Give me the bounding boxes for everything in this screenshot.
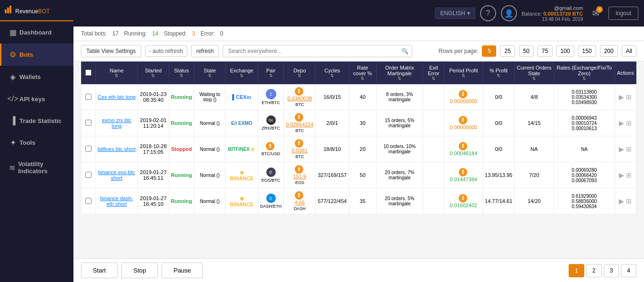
sidebar-item-trade-statistic[interactable]: ▐ Trade Statistic <box>0 110 73 132</box>
depo-link[interactable]: 0.0380038 <box>287 96 312 101</box>
play-button-1[interactable]: ▶ <box>619 119 624 127</box>
page-2-button[interactable]: 2 <box>586 264 602 277</box>
page-3-button[interactable]: 3 <box>604 264 619 277</box>
header-checkbox-col <box>82 62 96 84</box>
rows-100-button[interactable]: 100 <box>556 45 574 57</box>
play-button-4[interactable]: ▶ <box>619 197 624 205</box>
sidebar-item-dashboard[interactable]: ▦ Dashboard <box>0 21 73 44</box>
row-name: exmo zrx btc long <box>96 110 138 136</box>
depo-btc-icon: ₿ <box>295 165 303 174</box>
start-button[interactable]: Start <box>81 263 118 278</box>
bot-name-link[interactable]: bitfinex btc short <box>98 146 136 152</box>
action-buttons: ▶ ⊞ <box>617 119 634 127</box>
row-checkbox-1[interactable] <box>85 120 91 126</box>
rows-200-button[interactable]: 200 <box>600 45 618 57</box>
sidebar-label-api-keys: API keys <box>19 96 45 103</box>
row-actions: ▶ ⊞ <box>615 162 636 188</box>
grid-button-1[interactable]: ⊞ <box>626 119 632 127</box>
sidebar-label-trade-statistic: Trade Statistic <box>19 117 62 124</box>
play-button-0[interactable]: ▶ <box>619 93 624 101</box>
page-4-button[interactable]: 4 <box>621 264 636 277</box>
bots-table-wrapper: Name⇅ Started⇅ Status⇅ State⇅ Exchange⇅ … <box>73 62 644 258</box>
table-view-settings-button[interactable]: Table View Settings <box>81 45 141 57</box>
row-order-matrix: 20 orders, 5% martingale <box>376 188 423 214</box>
bot-name-link[interactable]: Cex eth-btc long <box>98 94 136 100</box>
bot-name-link[interactable]: exmo zrx btc long <box>102 117 131 129</box>
depo-link[interactable]: 0.0361 <box>292 148 308 153</box>
row-exit-error <box>423 188 444 214</box>
row-current-orders: 7/20 <box>515 162 554 188</box>
row-exit-error <box>423 136 444 162</box>
row-actions: ▶ ⊞ <box>615 84 636 110</box>
notification-button[interactable]: ✉ 0 <box>588 5 604 21</box>
page-1-button[interactable]: 1 <box>569 264 584 277</box>
trade-statistic-icon: ▐ <box>6 116 19 125</box>
rows-50-button[interactable]: 50 <box>519 45 534 57</box>
grid-button-3[interactable]: ⊞ <box>626 171 632 179</box>
stop-button[interactable]: Stop <box>121 263 158 278</box>
bot-stats: Total bots: 17 Running: 14 Stopped: 3 Er… <box>81 30 227 37</box>
row-checkbox-3[interactable] <box>85 172 91 178</box>
language-button[interactable]: ENGLISH ▾ <box>435 8 475 19</box>
status-badge: Running <box>171 172 192 178</box>
pair-label: DASH/ETH <box>260 204 282 209</box>
row-depo: ₿4.66DASH <box>284 188 316 214</box>
row-started: 2019-01-27 16:45:11 <box>138 162 169 188</box>
table-row: bitfinex btc short 2018-10-28 17:15:05 S… <box>82 136 636 162</box>
bot-name-link[interactable]: binance eos-btc short <box>98 169 135 181</box>
row-depo: ₿151.9EOS <box>284 162 316 188</box>
row-pair: DDASH/ETH <box>258 188 284 214</box>
row-pair: ₿BTC/USD <box>258 136 284 162</box>
top-header: ENGLISH ▾ ? 👤 @gmail.com Balance: 0.0001… <box>73 0 644 26</box>
rows-150-button[interactable]: 150 <box>578 45 596 57</box>
grid-button-0[interactable]: ⊞ <box>626 93 632 101</box>
row-started: 2019-01-23 08:35:40 <box>138 84 169 110</box>
wallets-icon: ◈ <box>6 72 19 81</box>
sidebar-item-volatility[interactable]: ≋ Volatility Indicators <box>0 154 73 181</box>
header-percent-profit: % Profit⇅ <box>483 62 515 84</box>
bot-stats-bar: Total bots: 17 Running: 14 Stopped: 3 Er… <box>73 26 644 41</box>
play-button-2[interactable]: ▶ <box>619 145 624 153</box>
row-checkbox-0[interactable] <box>85 94 91 100</box>
row-percent-profit: 13.95/13.95 <box>483 162 515 188</box>
row-order-matrix: 15 orders, 5% martingale <box>376 110 423 136</box>
row-rates: NA <box>554 136 615 162</box>
sidebar-item-api-keys[interactable]: </> API keys <box>0 88 73 110</box>
content-area: Total bots: 17 Running: 14 Stopped: 3 Er… <box>73 26 644 282</box>
depo-link[interactable]: 151.9 <box>293 174 307 179</box>
row-percent-profit: 14.77/14.61 <box>483 188 515 214</box>
sidebar-item-wallets[interactable]: ◈ Wallets <box>0 66 73 88</box>
bot-name-link[interactable]: binance dash-eth short <box>100 195 133 207</box>
search-input[interactable] <box>223 45 412 57</box>
select-all-checkbox[interactable] <box>85 70 91 76</box>
rows-25-button[interactable]: 25 <box>500 45 515 57</box>
user-button[interactable]: 👤 <box>501 5 517 21</box>
row-checkbox-cell <box>82 162 96 188</box>
rows-75-button[interactable]: 75 <box>537 45 552 57</box>
depo-link[interactable]: 4.66 <box>295 200 305 205</box>
help-button[interactable]: ? <box>480 5 496 21</box>
row-checkbox-4[interactable] <box>85 198 91 204</box>
api-keys-icon: </> <box>6 95 19 103</box>
logout-button[interactable]: logout <box>608 7 638 20</box>
sidebar-label-wallets: Wallets <box>19 73 41 80</box>
volatility-icon: ≋ <box>6 163 18 172</box>
play-button-3[interactable]: ▶ <box>619 171 624 179</box>
pair-label: BTC/USD <box>262 151 281 156</box>
row-exit-error <box>423 110 444 136</box>
sidebar-item-tools[interactable]: ✦ Tools <box>0 132 73 154</box>
rows-all-button[interactable]: All <box>622 45 636 57</box>
row-checkbox-2[interactable] <box>85 146 91 152</box>
refresh-button[interactable]: refresh <box>191 45 219 57</box>
pause-button[interactable]: Pause <box>162 263 203 278</box>
grid-button-2[interactable]: ⊞ <box>626 145 632 153</box>
sidebar-label-volatility: Volatility Indicators <box>18 160 69 175</box>
binance-logo: ◈ BINANCE <box>230 195 254 207</box>
row-period-profit: ₿ 0.01447384 <box>444 162 483 188</box>
grid-button-4[interactable]: ⊞ <box>626 197 632 205</box>
rows-5-button[interactable]: 5 <box>482 45 496 57</box>
depo-link[interactable]: 0.02664224 <box>286 122 313 127</box>
row-current-orders: NA <box>515 136 554 162</box>
row-period-profit: ₿ 0.01602402 <box>444 188 483 214</box>
sidebar-item-bots[interactable]: ⚙ Bots <box>0 44 73 66</box>
